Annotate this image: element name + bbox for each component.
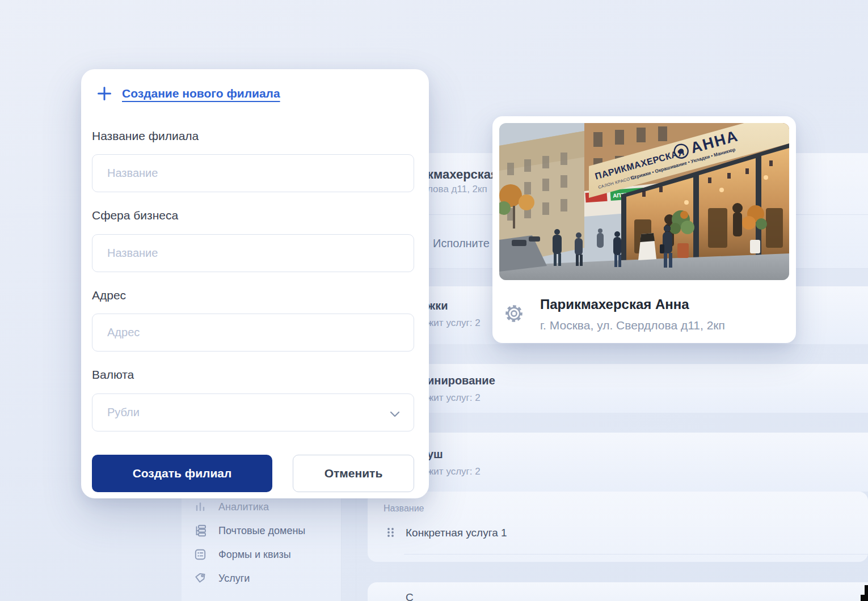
currency-select[interactable]: Рубли xyxy=(92,393,414,431)
forms-icon xyxy=(194,548,207,561)
branch-settings-gear-icon[interactable] xyxy=(504,303,524,324)
branch-row-title-fragment[interactable]: кмахерская xyxy=(427,167,498,182)
category-row[interactable]: инирование жит услуг: 2 xyxy=(368,364,868,413)
chevron-down-icon xyxy=(390,409,400,416)
storefront-photo: АПТЕКА ПАРИКМАХЕРСКАЯ АННА САЛОН КРАСОТЫ… xyxy=(499,123,789,280)
table-column-header: Название xyxy=(384,503,424,514)
sidebar-item-label: Аналитика xyxy=(218,501,269,513)
category-title-fragment: жки xyxy=(427,299,448,312)
category-subtitle-fragment: жит услуг: 2 xyxy=(427,392,481,404)
sidebar-item-forms[interactable]: Формы и квизы xyxy=(194,548,291,561)
sidebar-item-label: Почтовые домены xyxy=(218,525,305,537)
field-label-currency: Валюта xyxy=(92,368,134,382)
branch-row-subtitle-fragment: лова д11, 2кп xyxy=(427,184,487,195)
app-screen: Аналитика Почтовые домены Формы и квизы xyxy=(0,0,868,601)
category-subtitle-fragment: жит услуг: 2 xyxy=(427,466,481,477)
category-title-fragment: уш xyxy=(427,448,443,461)
screen-corner-artifact xyxy=(861,595,868,601)
field-label-branch-name: Название филиала xyxy=(92,129,199,143)
sidebar-item-services[interactable]: Услуги xyxy=(194,572,250,585)
executors-tab-fragment[interactable]: Исполните xyxy=(433,237,490,250)
branch-name-input[interactable] xyxy=(92,154,414,192)
services-icon xyxy=(194,572,207,585)
branch-card-title: Парикмахерская Анна xyxy=(540,297,689,312)
field-label-business-sphere: Сфера бизнеса xyxy=(92,209,178,222)
table-row[interactable]: Конкретная услуга 1 xyxy=(406,527,507,539)
branch-preview-card: АПТЕКА ПАРИКМАХЕРСКАЯ АННА САЛОН КРАСОТЫ… xyxy=(492,116,796,343)
category-title-fragment: инирование xyxy=(427,374,495,387)
branch-card-address: г. Москва, ул. Свердлова д11, 2кп xyxy=(540,319,725,332)
table-row-divider xyxy=(404,554,868,555)
plus-icon xyxy=(97,86,112,101)
create-branch-modal: Создание нового филиала Название филиала… xyxy=(81,69,429,498)
category-row[interactable]: уш жит услуг: 2 xyxy=(368,433,868,492)
analytics-icon xyxy=(194,501,207,513)
drag-handle-icon[interactable] xyxy=(386,527,395,538)
mail-domains-icon xyxy=(194,524,207,537)
modal-title-link[interactable]: Создание нового филиала xyxy=(122,87,280,100)
create-branch-button[interactable]: Создать филиал xyxy=(92,455,272,492)
sidebar-item-analytics[interactable]: Аналитика xyxy=(194,500,269,514)
address-input[interactable] xyxy=(92,314,414,352)
cancel-button[interactable]: Отменить xyxy=(293,455,414,492)
sidebar-item-mail-domains[interactable]: Почтовые домены xyxy=(194,524,305,537)
next-card-text-fragment: С xyxy=(406,591,414,601)
sidebar-item-label: Формы и квизы xyxy=(218,549,291,561)
currency-select-value: Рубли xyxy=(107,406,140,419)
field-label-address: Адрес xyxy=(92,289,126,302)
category-subtitle-fragment: жит услуг: 2 xyxy=(427,318,481,329)
business-sphere-input[interactable] xyxy=(92,234,414,272)
next-category-card xyxy=(368,582,868,601)
sidebar-item-label: Услуги xyxy=(218,573,250,585)
